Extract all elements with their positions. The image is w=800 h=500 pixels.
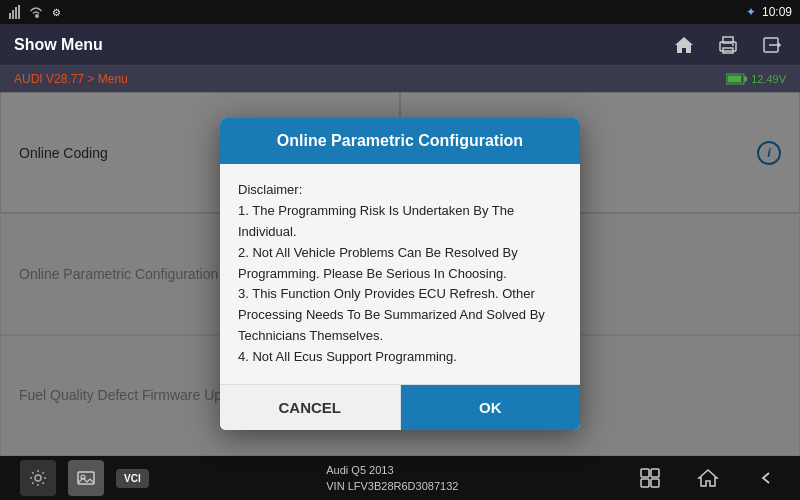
main-content: Online Coding i Online Programming i Onl… xyxy=(0,92,800,456)
menu-bar: Show Menu xyxy=(0,24,800,66)
menu-bar-icons xyxy=(670,31,786,59)
bottom-nav xyxy=(636,464,780,492)
status-time: 10:09 xyxy=(762,5,792,19)
bluetooth-icon: ✦ xyxy=(746,5,756,19)
signal-icon xyxy=(8,4,24,20)
settings-tool-button[interactable] xyxy=(20,460,56,496)
svg-rect-1 xyxy=(12,10,14,19)
battery-indicator: 12.49V xyxy=(726,73,786,85)
back-nav-icon[interactable] xyxy=(752,464,780,492)
svg-rect-0 xyxy=(9,13,11,19)
car-model: Audi Q5 2013 xyxy=(326,462,458,479)
disclaimer-item-4: 4. Not All Ecus Support Programming. xyxy=(238,349,457,364)
dialog-overlay: Online Parametric Configuration Disclaim… xyxy=(0,92,800,456)
svg-rect-17 xyxy=(641,479,649,487)
dialog: Online Parametric Configuration Disclaim… xyxy=(220,118,580,429)
cancel-button[interactable]: CANCEL xyxy=(220,385,401,430)
svg-rect-2 xyxy=(15,7,17,19)
home-nav-icon[interactable] xyxy=(694,464,722,492)
battery-voltage: 12.49V xyxy=(751,73,786,85)
status-bar: ⚙ ✦ 10:09 xyxy=(0,0,800,24)
status-bar-left: ⚙ xyxy=(8,4,64,20)
breadcrumb-bar: AUDI V28.77 > Menu 12.49V xyxy=(0,66,800,92)
disclaimer-item-1: 1. The Programming Risk Is Undertaken By… xyxy=(238,203,514,239)
vci-button[interactable]: VCI xyxy=(116,469,149,488)
disclaimer-item-3: 3. This Function Only Provides ECU Refre… xyxy=(238,286,545,343)
ok-button[interactable]: OK xyxy=(401,385,581,430)
svg-rect-18 xyxy=(651,479,659,487)
svg-point-12 xyxy=(35,475,41,481)
svg-rect-16 xyxy=(651,469,659,477)
home-button[interactable] xyxy=(670,31,698,59)
dialog-body: Disclaimer: 1. The Programming Risk Is U… xyxy=(220,164,580,383)
svg-rect-10 xyxy=(744,77,747,82)
dialog-footer: CANCEL OK xyxy=(220,384,580,430)
svg-rect-3 xyxy=(18,5,20,19)
dialog-text: Disclaimer: 1. The Programming Risk Is U… xyxy=(238,180,562,367)
breadcrumb: AUDI V28.77 > Menu xyxy=(14,72,128,86)
dialog-header: Online Parametric Configuration xyxy=(220,118,580,164)
svg-rect-15 xyxy=(641,469,649,477)
windows-nav-icon[interactable] xyxy=(636,464,664,492)
menu-title: Show Menu xyxy=(14,36,103,54)
bottom-tools: VCI xyxy=(20,460,149,496)
settings-icon: ⚙ xyxy=(48,4,64,20)
svg-point-7 xyxy=(732,44,734,46)
print-button[interactable] xyxy=(714,31,742,59)
status-bar-right: ✦ 10:09 xyxy=(746,5,792,19)
bottom-bar: VCI Audi Q5 2013 VIN LFV3B28R6D3087132 xyxy=(0,456,800,500)
svg-rect-13 xyxy=(78,472,94,484)
vehicle-info: Audi Q5 2013 VIN LFV3B28R6D3087132 xyxy=(326,462,458,495)
vin: VIN LFV3B28R6D3087132 xyxy=(326,478,458,495)
vci-label: VCI xyxy=(124,473,141,484)
disclaimer-label: Disclaimer: xyxy=(238,182,302,197)
dialog-title: Online Parametric Configuration xyxy=(277,132,523,149)
image-tool-button[interactable] xyxy=(68,460,104,496)
wifi-icon xyxy=(28,4,44,20)
disclaimer-item-2: 2. Not All Vehicle Problems Can Be Resol… xyxy=(238,245,518,281)
svg-rect-11 xyxy=(728,76,742,83)
export-button[interactable] xyxy=(758,31,786,59)
